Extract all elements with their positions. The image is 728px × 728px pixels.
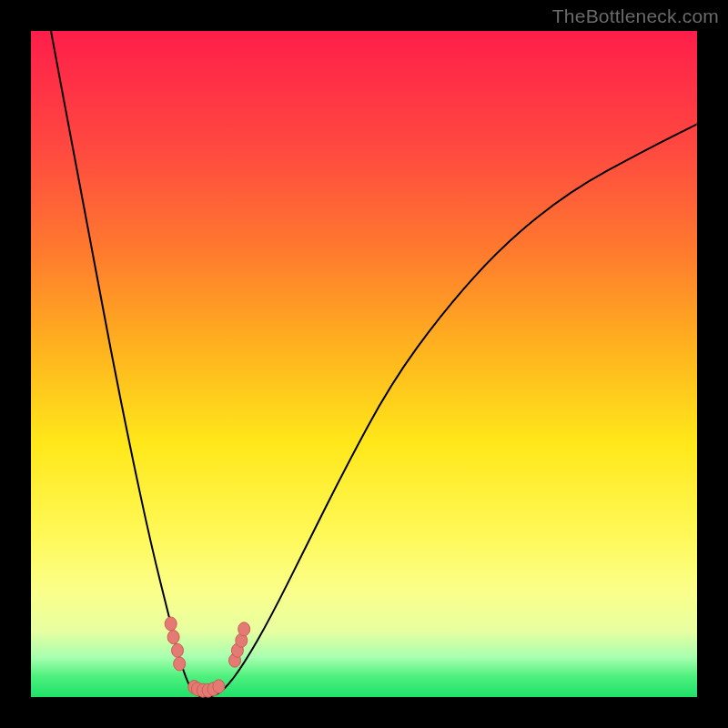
curve-marker (167, 631, 179, 644)
bottleneck-curve (51, 31, 697, 697)
plot-area (31, 31, 697, 697)
outer-frame: TheBottleneck.com (0, 0, 728, 728)
curve-markers (165, 617, 250, 697)
bottleneck-curve-svg (31, 31, 697, 697)
watermark-text: TheBottleneck.com (552, 5, 719, 27)
curve-marker (165, 617, 177, 631)
curve-marker (238, 622, 250, 636)
curve-marker (213, 680, 225, 693)
curve-marker (174, 657, 186, 671)
curve-marker (172, 643, 184, 657)
